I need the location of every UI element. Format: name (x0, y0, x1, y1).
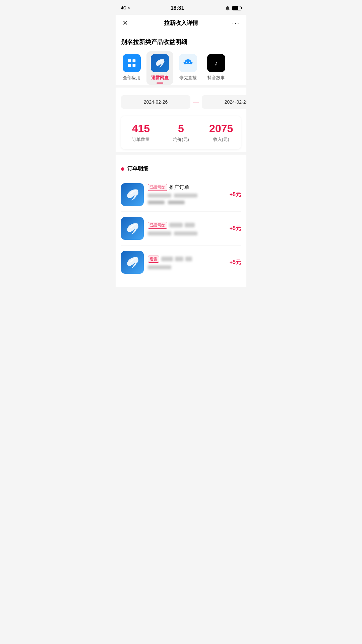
kuake-icon (179, 54, 197, 72)
status-icons (225, 5, 241, 11)
income-label: 收入(元) (204, 137, 238, 143)
order-count-value: 415 (124, 123, 158, 135)
order-xunlei-bird-2 (124, 220, 141, 237)
order-blur-2title2 (185, 223, 195, 227)
section-title: 别名拉新类产品收益明细 (116, 31, 246, 51)
all-apps-icon (123, 54, 141, 72)
order-header-1: 迅雷网盘 推广订单 (148, 184, 226, 191)
order-info-3: 迅雷 (148, 256, 226, 269)
active-indicator (157, 83, 163, 84)
order-app-icon-1 (121, 183, 144, 206)
order-blur-3title (161, 257, 173, 261)
svg-point-5 (189, 62, 190, 63)
signal-indicator: 4G × (121, 6, 130, 10)
order-blur-1a (148, 194, 171, 198)
svg-rect-0 (128, 59, 131, 62)
stat-income: 2075 收入(元) (201, 116, 241, 149)
separator-2 (116, 152, 246, 155)
battery-icon (232, 6, 241, 10)
avg-price-value: 5 (164, 123, 198, 135)
start-date-input[interactable] (121, 95, 190, 109)
order-item-3[interactable]: 迅雷 +5元 (121, 246, 241, 282)
tab-all-apps[interactable]: 全部应用 (118, 51, 145, 85)
separator-1 (116, 85, 246, 88)
app-tabs: 全部应用 迅雷网盘 夸克直搜 (116, 51, 246, 85)
order-amount-2: +5元 (230, 225, 241, 232)
close-button[interactable]: ✕ (122, 19, 136, 27)
tab-all-label: 全部应用 (123, 75, 140, 81)
order-section: 订单明细 迅雷网盘 推广订单 (116, 160, 246, 287)
tab-kuake[interactable]: 夸克直搜 (175, 51, 201, 85)
order-blur-3a (148, 265, 171, 269)
stat-avg-price: 5 均价(元) (161, 116, 201, 149)
more-button[interactable]: ··· (226, 19, 240, 27)
douyin-icon: ♪ (207, 54, 225, 72)
svg-text:♪: ♪ (215, 60, 218, 67)
order-xunlei-bird-1 (124, 186, 141, 203)
tab-douyin[interactable]: ♪ 抖音故事 (203, 51, 230, 85)
svg-point-4 (186, 62, 187, 63)
order-blur-3title2 (175, 257, 183, 261)
order-amount-3: +5元 (230, 259, 241, 266)
end-date-input[interactable] (202, 95, 246, 109)
svg-rect-3 (133, 64, 136, 67)
page-title: 拉新收入详情 (164, 19, 198, 27)
order-item-2[interactable]: 迅雷网盘 +5元 (121, 212, 241, 246)
clock: 18:31 (171, 5, 184, 11)
tab-xunlei-label: 迅雷网盘 (151, 75, 169, 81)
order-blur-1d (168, 201, 185, 204)
order-meta-2 (148, 231, 226, 235)
tab-douyin-label: 抖音故事 (207, 75, 225, 81)
svg-rect-1 (133, 59, 136, 62)
order-blur-2title (169, 223, 183, 227)
order-meta-1 (148, 194, 226, 198)
order-tag-2: 迅雷网盘 (148, 222, 167, 229)
bell-icon (225, 5, 230, 11)
tab-xunlei[interactable]: 迅雷网盘 (146, 51, 173, 85)
order-amount-1: +5元 (230, 191, 241, 198)
date-separator: — (193, 98, 199, 105)
order-item[interactable]: 迅雷网盘 推广订单 +5元 (121, 178, 241, 212)
tab-kuake-label: 夸克直搜 (179, 75, 197, 81)
order-blur-3title3 (185, 257, 192, 261)
order-info-2: 迅雷网盘 (148, 222, 226, 235)
order-dot-icon (121, 167, 124, 171)
stat-order-count: 415 订单数量 (121, 116, 161, 149)
xunlei-bird-svg (154, 57, 166, 69)
order-xunlei-bird-3 (124, 254, 141, 271)
stats-row: 415 订单数量 5 均价(元) 2075 收入(元) (121, 116, 241, 149)
order-header-2: 迅雷网盘 (148, 222, 226, 229)
xunlei-icon (151, 54, 169, 72)
order-blur-1c (148, 201, 165, 204)
order-tag-3: 迅雷 (148, 256, 159, 263)
order-type-1: 推广订单 (169, 184, 189, 191)
order-section-title: 订单明细 (121, 165, 241, 172)
nav-bar: ✕ 拉新收入详情 ··· (116, 15, 246, 31)
order-header-3: 迅雷 (148, 256, 226, 263)
status-bar: 4G × 18:31 (116, 0, 246, 15)
main-content: 别名拉新类产品收益明细 全部应用 (116, 31, 246, 287)
income-value: 2075 (204, 123, 238, 135)
order-app-icon-2 (121, 217, 144, 240)
order-blur-2b (174, 231, 197, 235)
avg-price-label: 均价(元) (164, 137, 198, 143)
order-blur-1b (174, 194, 197, 198)
order-info-1: 迅雷网盘 推广订单 (148, 184, 226, 206)
order-app-icon-3 (121, 251, 144, 274)
order-meta-3 (148, 265, 226, 269)
svg-rect-2 (128, 64, 131, 67)
date-filter: — 查询 (116, 90, 246, 113)
order-count-label: 订单数量 (124, 137, 158, 143)
order-tag-1: 迅雷网盘 (148, 184, 167, 191)
order-blur-2a (148, 231, 171, 235)
